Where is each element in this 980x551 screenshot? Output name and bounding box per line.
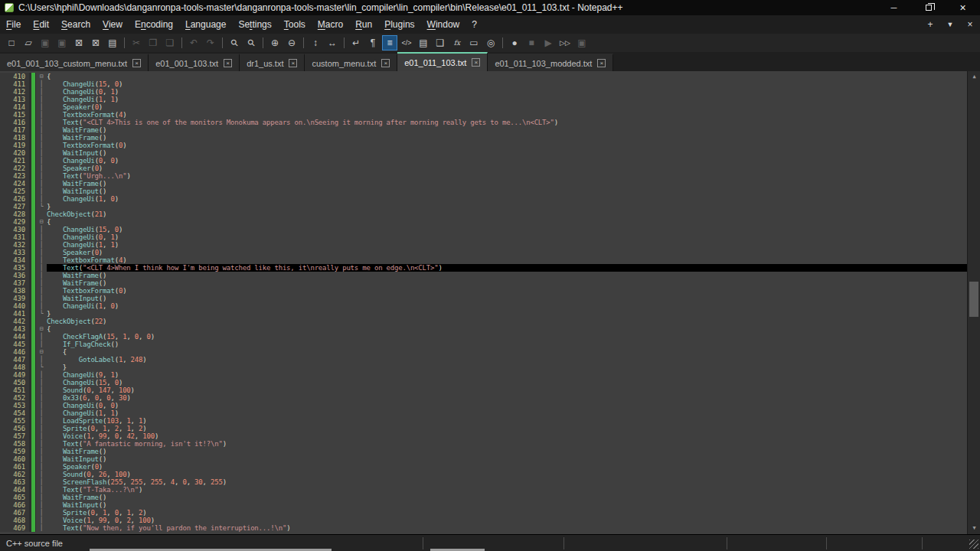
scroll-down-arrow-icon[interactable]: ▼ — [968, 523, 980, 534]
code-line-text[interactable]: ChangeUi(0, 0) — [47, 402, 967, 409]
code-line-text[interactable]: } — [47, 310, 967, 318]
code-line-text[interactable]: LoadSprite(103, 1, 1) — [47, 417, 967, 425]
code-line-text[interactable]: ChangeUi(1, 1) — [47, 409, 967, 417]
code-line-text[interactable]: ChangeUi(15, 0) — [47, 379, 967, 386]
code-line-text[interactable]: Sprite(0, 1, 2, 1, 2) — [47, 425, 967, 432]
toolbar-macro-record-button[interactable]: ● — [507, 35, 522, 51]
toolbar-document-list-button[interactable]: ❑ — [433, 35, 448, 51]
toolbar-function-list-button[interactable]: </> — [399, 35, 414, 51]
code-line-text[interactable]: Text("T-Taka...?\n") — [47, 486, 967, 494]
toolbar-replace-button[interactable]: ⚲ — [243, 35, 259, 51]
code-line-text[interactable]: WaitFrame() — [47, 134, 967, 142]
tab-dr1_us.txt[interactable]: dr1_us.txt× — [240, 54, 305, 71]
fold-marker-icon[interactable]: ⊟ — [36, 218, 47, 226]
toolbar-preview-button[interactable]: ◎ — [483, 35, 498, 51]
code-line-text[interactable]: { — [47, 218, 967, 226]
code-line-text[interactable]: TextboxFormat(0) — [47, 142, 967, 149]
toolbar-word-wrap-button[interactable]: ↵ — [348, 35, 364, 51]
code-line-text[interactable]: ChangeUi(1, 0) — [47, 302, 967, 310]
code-line-text[interactable]: Sound(0, 147, 100) — [47, 386, 967, 394]
menu-encoding[interactable]: Encoding — [129, 15, 179, 34]
menu-help[interactable]: ? — [466, 15, 483, 34]
restore-button[interactable] — [911, 0, 946, 15]
code-line-text[interactable]: Speaker(0) — [47, 249, 967, 256]
toolbar-sync-horizontal-scroll-button[interactable]: ↔ — [325, 35, 340, 51]
menu-window[interactable]: Window — [421, 15, 466, 34]
code-line-text[interactable]: Speaker(0) — [47, 165, 967, 172]
eol-format-section[interactable]: Windows (CR LF) — [727, 537, 826, 549]
menu-macro[interactable]: Macro — [312, 15, 349, 34]
code-line-text[interactable]: ChangeUi(0, 1) — [47, 233, 967, 241]
code-line-text[interactable]: If_FlagCheck() — [47, 341, 967, 348]
code-line-text[interactable]: ChangeUi(1, 0) — [47, 195, 967, 203]
menu-edit[interactable]: Edit — [27, 15, 55, 34]
menu-run[interactable]: Run — [349, 15, 378, 34]
typing-mode-section[interactable]: INS — [922, 537, 969, 549]
toolbar-find-button[interactable]: ⚲ — [227, 35, 242, 51]
fold-marker-icon[interactable]: ⊟ — [36, 348, 47, 356]
code-line-text[interactable]: { — [47, 73, 967, 80]
fold-marker-icon[interactable]: ⊟ — [36, 325, 47, 333]
new-tab-button[interactable]: + — [920, 19, 940, 30]
code-line-text[interactable]: WaitFrame() — [47, 180, 967, 187]
tab-close-icon[interactable]: × — [132, 59, 141, 67]
menu-tools[interactable]: Tools — [278, 15, 312, 34]
tab-e01_011_103_modded.txt[interactable]: e01_011_103_modded.txt× — [488, 54, 613, 71]
toolbar-close-all-button[interactable]: ⊠ — [88, 35, 103, 51]
menu-language[interactable]: Language — [179, 15, 232, 34]
code-line-text[interactable]: TextboxFormat(4) — [47, 256, 967, 264]
tab-custom_menu.txt[interactable]: custom_menu.txt× — [305, 54, 397, 71]
tab-e01_011_103.txt[interactable]: e01_011_103.txt× — [397, 52, 488, 71]
code-line-text[interactable]: CheckFlagA(15, 1, 0, 0) — [47, 333, 967, 341]
code-line-text[interactable]: Text("Urgh...\n") — [47, 172, 967, 180]
code-line-text[interactable]: WaitFrame() — [47, 272, 967, 279]
toolbar-print-button[interactable]: ▤ — [105, 35, 120, 51]
code-line-text[interactable]: 0x33(6, 0, 0, 30) — [47, 394, 967, 402]
toolbar-function-completion-button[interactable]: fx — [449, 35, 465, 51]
tab-close-icon[interactable]: × — [381, 59, 390, 67]
code-line-text[interactable]: WaitFrame() — [47, 494, 967, 501]
encoding-section[interactable]: UTF-16 LE BOM — [826, 537, 922, 549]
toolbar-close-button[interactable]: ⊠ — [71, 35, 87, 51]
code-line-text[interactable]: WaitInput() — [47, 295, 967, 302]
menu-search[interactable]: Search — [55, 15, 96, 34]
code-line-text[interactable]: Voice(1, 99, 0, 2, 100) — [47, 517, 967, 524]
code-line-text[interactable]: CheckObject(22) — [47, 318, 967, 325]
menu-view[interactable]: View — [96, 15, 129, 34]
toolbar-show-all-characters-button[interactable]: ¶ — [365, 35, 381, 51]
toolbar-new-file-button[interactable]: □ — [4, 35, 19, 51]
code-line-text[interactable]: WaitFrame() — [47, 126, 967, 134]
code-line-text[interactable]: ChangeUi(9, 1) — [47, 371, 967, 379]
code-line-text[interactable]: { — [47, 325, 967, 333]
toolbar-macro-run-multiple-button[interactable]: ▷▷ — [557, 35, 573, 51]
menu-file[interactable]: File — [0, 15, 27, 34]
code-line-text[interactable]: ChangeUi(15, 0) — [47, 226, 967, 233]
tab-close-icon[interactable]: × — [289, 59, 297, 67]
code-line-text[interactable]: WaitFrame() — [47, 279, 967, 287]
close-tab-button[interactable]: × — [960, 19, 980, 30]
resize-grip[interactable] — [969, 540, 978, 549]
code-line-text[interactable]: TextboxFormat(4) — [47, 111, 967, 119]
code-line-text[interactable]: Text("Now then, if you'll pardon the int… — [47, 524, 967, 532]
tab-close-icon[interactable]: × — [472, 58, 480, 67]
code-line-text[interactable]: } — [47, 203, 967, 210]
code-line-text[interactable]: GotoLabel(1, 248) — [47, 356, 967, 364]
code-line-text[interactable]: WaitInput() — [47, 501, 967, 509]
code-line-text[interactable]: ChangeUi(1, 1) — [47, 241, 967, 249]
tab-close-icon[interactable]: × — [597, 59, 606, 67]
tab-e01_001_103.txt[interactable]: e01_001_103.txt× — [149, 54, 240, 71]
code-line-text[interactable]: ChangeUi(0, 1) — [47, 88, 967, 96]
code-line-text[interactable]: Speaker(0) — [47, 103, 967, 111]
code-line-text[interactable]: WaitFrame() — [47, 448, 967, 455]
tab-list-dropdown-button[interactable]: ▼ — [940, 21, 960, 28]
menu-plugins[interactable]: Plugins — [378, 15, 420, 34]
scroll-up-arrow-icon[interactable]: ▲ — [968, 71, 980, 83]
toolbar-show-indent-guide-button[interactable]: ≡ — [382, 35, 397, 51]
code-line-text[interactable]: Text("A fantastic morning, isn't it!?\n"… — [47, 440, 967, 448]
code-line-text[interactable]: ChangeUi(0, 0) — [47, 157, 967, 165]
code-line-text[interactable]: Sound(0, 26, 100) — [47, 471, 967, 478]
code-line-text[interactable]: TextboxFormat(0) — [47, 287, 967, 295]
code-line-text[interactable]: ChangeUi(1, 1) — [47, 96, 967, 103]
code-line-text[interactable]: ScreenFlash(255, 255, 255, 4, 0, 30, 255… — [47, 478, 967, 486]
code-line-text[interactable]: Text("<CLT 4>This is one of the monitors… — [47, 119, 967, 126]
